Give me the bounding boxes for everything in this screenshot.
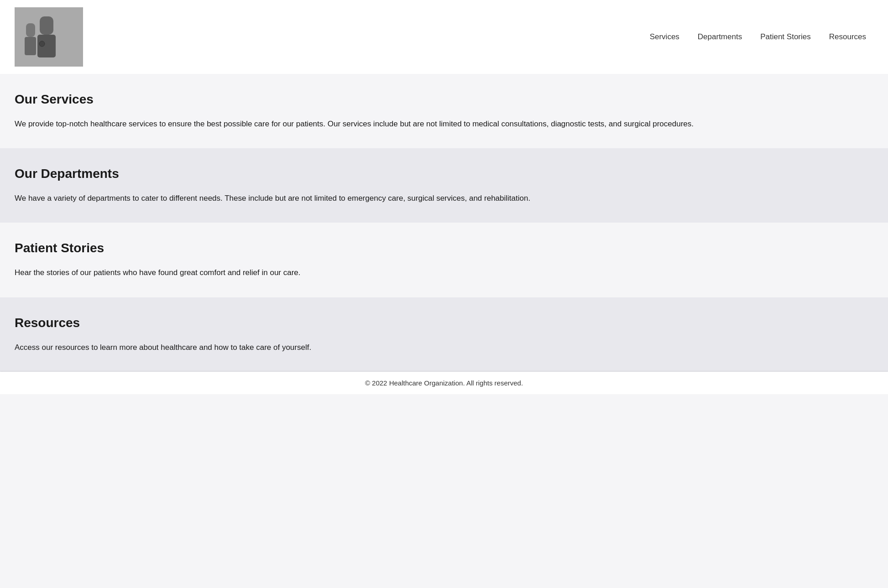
resources-body: Access our resources to learn more about… <box>15 341 873 354</box>
resources-section: Resources Access our resources to learn … <box>0 297 888 372</box>
copyright-text: © 2022 Healthcare Organization. All righ… <box>365 379 523 387</box>
nav-services[interactable]: Services <box>642 29 687 45</box>
patient-stories-section: Patient Stories Hear the stories of our … <box>0 223 888 297</box>
nav-departments[interactable]: Departments <box>690 29 749 45</box>
departments-section: Our Departments We have a variety of dep… <box>0 148 888 223</box>
site-footer: © 2022 Healthcare Organization. All righ… <box>0 372 888 394</box>
nav-patient-stories[interactable]: Patient Stories <box>753 29 818 45</box>
nav-resources[interactable]: Resources <box>822 29 873 45</box>
services-body: We provide top-notch healthcare services… <box>15 118 873 130</box>
departments-body: We have a variety of departments to cate… <box>15 192 873 204</box>
departments-heading: Our Departments <box>15 167 873 181</box>
svg-rect-3 <box>26 23 35 37</box>
svg-rect-4 <box>25 37 36 55</box>
site-header: Services Departments Patient Stories Res… <box>0 0 888 74</box>
services-heading: Our Services <box>15 92 873 107</box>
svg-point-5 <box>39 41 45 47</box>
logo <box>15 7 83 67</box>
svg-rect-1 <box>40 16 53 35</box>
services-section: Our Services We provide top-notch health… <box>0 74 888 148</box>
resources-heading: Resources <box>15 316 873 330</box>
patient-stories-body: Hear the stories of our patients who hav… <box>15 266 873 279</box>
main-nav: Services Departments Patient Stories Res… <box>642 29 873 45</box>
patient-stories-heading: Patient Stories <box>15 241 873 255</box>
